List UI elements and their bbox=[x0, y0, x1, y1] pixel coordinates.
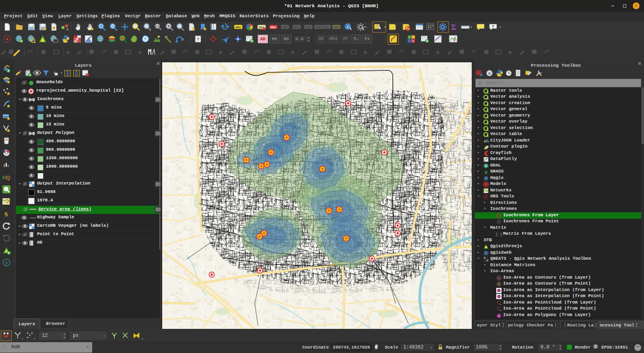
svg-text:S: S bbox=[4, 211, 8, 218]
svg-text:abc: abc bbox=[282, 25, 288, 29]
svg-text:abc: abc bbox=[305, 25, 311, 29]
svg-text:Q: Q bbox=[6, 174, 10, 181]
svg-text:i: i bbox=[347, 24, 348, 29]
svg-text:S: S bbox=[409, 36, 410, 39]
svg-text:Σ: Σ bbox=[451, 23, 456, 31]
svg-text:abc: abc bbox=[270, 25, 276, 29]
svg-text:T: T bbox=[492, 25, 494, 29]
svg-text:p: p bbox=[5, 261, 8, 265]
svg-text:R: R bbox=[488, 72, 491, 76]
svg-text:?: ? bbox=[197, 37, 199, 42]
svg-text:abc: abc bbox=[324, 25, 330, 29]
svg-text:abc: abc bbox=[294, 25, 299, 29]
svg-text:[:]: [:] bbox=[496, 233, 502, 237]
svg-text:abc: abc bbox=[334, 25, 339, 29]
svg-text:D: D bbox=[412, 40, 414, 43]
svg-text:1:1: 1:1 bbox=[155, 25, 160, 28]
svg-text:H: H bbox=[2, 174, 6, 181]
svg-text:a: a bbox=[66, 27, 68, 31]
svg-text:abc: abc bbox=[316, 25, 321, 29]
svg-text:abc: abc bbox=[235, 25, 241, 29]
